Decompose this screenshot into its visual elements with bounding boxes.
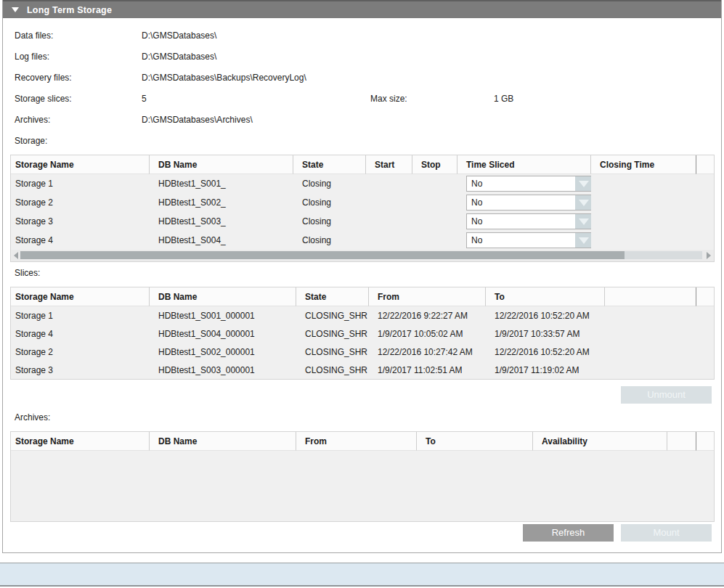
dropdown-arrow-button[interactable] bbox=[575, 214, 591, 229]
slices-table: Storage Name DB Name State From To Stora… bbox=[10, 287, 715, 380]
column-header-stop[interactable]: Stop bbox=[412, 155, 457, 174]
cell-start bbox=[366, 174, 412, 193]
time-sliced-dropdown[interactable]: No bbox=[466, 195, 591, 211]
cell-start bbox=[366, 193, 412, 212]
cell-storage-name: Storage 4 bbox=[11, 324, 150, 343]
cell-db-name: HDBtest1_S001_000001 bbox=[150, 306, 296, 324]
cell-stop bbox=[412, 212, 457, 231]
cell-from: 1/9/2017 10:05:02 AM bbox=[369, 324, 486, 343]
recovery-files-value: D:\GMSDatabases\Backups\RecoveryLog\ bbox=[142, 73, 306, 83]
cell-closing-time bbox=[591, 231, 696, 250]
collapse-expander-icon[interactable] bbox=[12, 7, 19, 12]
dropdown-arrow-button[interactable] bbox=[575, 195, 591, 210]
cell-db-name: HDBtest1_S002_000001 bbox=[150, 343, 296, 361]
storage-table: Storage Name DB Name State Start Stop Ti… bbox=[10, 155, 715, 262]
column-header-storage-name[interactable]: Storage Name bbox=[11, 432, 150, 451]
column-header-db-name[interactable]: DB Name bbox=[150, 155, 293, 174]
bottom-status-strip bbox=[0, 563, 724, 587]
cell-db-name: HDBtest1_S004_ bbox=[150, 231, 293, 250]
column-header-from[interactable]: From bbox=[296, 432, 417, 451]
slice-row[interactable]: Storage 2 HDBtest1_S002_000001 CLOSING_S… bbox=[11, 343, 714, 361]
dropdown-arrow-button[interactable] bbox=[575, 176, 591, 191]
column-header-filler bbox=[605, 287, 696, 306]
column-header-db-name[interactable]: DB Name bbox=[150, 432, 296, 451]
slice-row[interactable]: Storage 1 HDBtest1_S001_000001 CLOSING_S… bbox=[11, 306, 714, 324]
storage-row[interactable]: Storage 3 HDBtest1_S003_ Closing No bbox=[11, 212, 714, 231]
cell-stop bbox=[412, 174, 457, 193]
scroll-left-icon[interactable] bbox=[14, 252, 18, 259]
cell-closing-time bbox=[591, 193, 696, 212]
storage-header-row: Storage Name DB Name State Start Stop Ti… bbox=[11, 155, 714, 174]
column-header-closing-time[interactable]: Closing Time bbox=[591, 155, 696, 174]
data-files-row: Data files: D:\GMSDatabases\ bbox=[15, 25, 712, 46]
dropdown-arrow-button[interactable] bbox=[575, 233, 591, 248]
unmount-button[interactable]: Unmount bbox=[621, 386, 712, 404]
storage-settings-form: Data files: D:\GMSDatabases\ Log files: … bbox=[15, 25, 712, 130]
column-header-to[interactable]: To bbox=[486, 287, 605, 306]
cell-db-name: HDBtest1_S003_000001 bbox=[150, 361, 296, 379]
column-header-db-name[interactable]: DB Name bbox=[150, 287, 296, 306]
cell-storage-name: Storage 1 bbox=[11, 174, 150, 193]
log-files-value: D:\GMSDatabases\ bbox=[142, 52, 216, 62]
chevron-down-icon bbox=[579, 200, 589, 206]
cell-state: Closing bbox=[293, 193, 366, 212]
refresh-button[interactable]: Refresh bbox=[523, 524, 614, 542]
cell-storage-name: Storage 2 bbox=[11, 343, 150, 361]
column-header-time-sliced[interactable]: Time Sliced bbox=[457, 155, 591, 174]
cell-time-sliced: No bbox=[457, 212, 591, 231]
dropdown-value: No bbox=[467, 214, 575, 229]
storage-row[interactable]: Storage 1 HDBtest1_S001_ Closing No bbox=[11, 174, 714, 193]
column-header-state[interactable]: State bbox=[293, 155, 366, 174]
column-header-state[interactable]: State bbox=[296, 287, 369, 306]
cell-db-name: HDBtest1_S002_ bbox=[150, 193, 293, 212]
cell-state: Closing bbox=[293, 212, 366, 231]
cell-db-name: HDBtest1_S004_000001 bbox=[150, 324, 296, 343]
column-header-to[interactable]: To bbox=[417, 432, 533, 451]
recovery-files-label: Recovery files: bbox=[15, 73, 142, 83]
cell-start bbox=[366, 212, 412, 231]
chevron-down-icon bbox=[579, 237, 589, 244]
archives-path-value: D:\GMSDatabases\Archives\ bbox=[142, 115, 253, 125]
column-header-filler bbox=[667, 432, 696, 451]
cell-state: Closing bbox=[293, 174, 366, 193]
cell-from: 12/22/2016 10:27:42 AM bbox=[369, 343, 486, 361]
horizontal-scrollbar[interactable] bbox=[11, 250, 714, 261]
scroll-right-icon[interactable] bbox=[707, 252, 711, 259]
storage-slices-label: Storage slices: bbox=[15, 94, 142, 104]
cell-db-name: HDBtest1_S003_ bbox=[150, 212, 293, 231]
cell-time-sliced: No bbox=[457, 193, 591, 212]
panel-header[interactable]: Long Term Storage bbox=[3, 0, 721, 18]
time-sliced-dropdown[interactable]: No bbox=[466, 176, 591, 192]
archives-path-row: Archives: D:\GMSDatabases\Archives\ bbox=[15, 109, 712, 130]
mount-button[interactable]: Mount bbox=[621, 524, 712, 542]
column-header-storage-name[interactable]: Storage Name bbox=[11, 155, 150, 174]
archives-empty-body bbox=[11, 451, 714, 521]
archives-section-label: Archives: bbox=[15, 412, 50, 422]
storage-row[interactable]: Storage 4 HDBtest1_S004_ Closing No bbox=[11, 231, 714, 250]
column-header-storage-name[interactable]: Storage Name bbox=[11, 287, 150, 306]
cell-storage-name: Storage 3 bbox=[11, 361, 150, 379]
column-header-from[interactable]: From bbox=[369, 287, 486, 306]
cell-from: 1/9/2017 11:02:51 AM bbox=[369, 361, 486, 379]
slices-section-label: Slices: bbox=[15, 268, 40, 278]
cell-db-name: HDBtest1_S001_ bbox=[150, 174, 293, 193]
page-root: Long Term Storage Data files: D:\GMSData… bbox=[0, 0, 724, 588]
cell-state: Closing bbox=[293, 231, 366, 250]
storage-slices-value: 5 bbox=[142, 94, 370, 104]
scrollbar-thumb[interactable] bbox=[20, 251, 625, 259]
column-header-filler bbox=[696, 432, 714, 451]
scrollbar-track[interactable] bbox=[625, 251, 702, 259]
storage-row[interactable]: Storage 2 HDBtest1_S002_ Closing No bbox=[11, 193, 714, 212]
cell-to: 12/22/2016 10:52:20 AM bbox=[486, 306, 605, 324]
dropdown-value: No bbox=[467, 233, 575, 248]
panel-title: Long Term Storage bbox=[27, 5, 112, 15]
time-sliced-dropdown[interactable]: No bbox=[466, 213, 591, 229]
cell-to: 12/22/2016 10:52:20 AM bbox=[486, 343, 605, 361]
slice-row[interactable]: Storage 4 HDBtest1_S004_000001 CLOSING_S… bbox=[11, 324, 714, 343]
column-header-start[interactable]: Start bbox=[366, 155, 412, 174]
slice-row[interactable]: Storage 3 HDBtest1_S003_000001 CLOSING_S… bbox=[11, 361, 714, 379]
cell-time-sliced: No bbox=[457, 174, 591, 193]
cell-closing-time bbox=[591, 212, 696, 231]
column-header-availability[interactable]: Availability bbox=[533, 432, 667, 451]
time-sliced-dropdown[interactable]: No bbox=[466, 232, 591, 248]
